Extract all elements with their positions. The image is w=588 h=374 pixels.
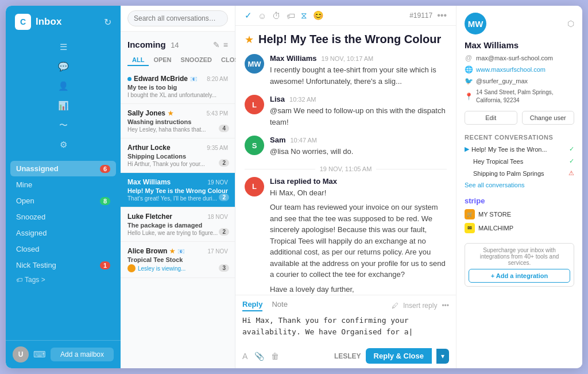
attachment-icon[interactable]: 📎 (254, 352, 264, 361)
reply-tabs: Reply Note 🖊 Insert reply ••• (242, 300, 449, 311)
play-icon: ▶ (465, 145, 469, 153)
recent-conv-item[interactable]: Shipping to Palm Springs ⚠ (457, 167, 582, 179)
sidebar-item-unassigned[interactable]: Unassigned 6 (10, 161, 116, 176)
conversation-title: Help! My Tee is the Wrong Colour (258, 33, 441, 46)
keyboard-icon[interactable]: ⌨ (33, 348, 46, 361)
delete-icon[interactable]: 🗑 (271, 352, 279, 361)
sidebar-item-assigned[interactable]: Assigned (10, 225, 116, 241)
sidebar-title: Inbox (36, 16, 104, 28)
reply-more-icon[interactable]: ••• (442, 302, 449, 310)
menu-icon[interactable]: ☰ (53, 38, 74, 56)
sidebar-tags[interactable]: 🏷 Tags > (10, 273, 116, 286)
recent-conv-item[interactable]: ▶ Help! My Tee is the Wron... ✓ (457, 143, 582, 155)
conv-badge: 2 (219, 228, 229, 236)
settings-icon[interactable]: ⚙ (53, 136, 74, 154)
list-item[interactable]: Arthur Locke 9:35 AM Shipping Locations … (121, 138, 235, 173)
sidebar-item-open[interactable]: Open 8 (10, 193, 116, 209)
msg-text: Hi Max, Oh dear! Our team has reviewed y… (270, 187, 447, 295)
filter2-icon[interactable]: ⧖ (301, 10, 307, 21)
star-icon: ★ (168, 110, 173, 117)
change-user-button[interactable]: Change user (522, 111, 575, 125)
list-item[interactable]: Alice Brown ★ 📧 17 NOV Tropical Tee Stoc… (121, 242, 235, 278)
conv-items: Edward McBride 📧 8:20 AM My tee is too b… (121, 70, 235, 368)
msg-text: @sam We need to follow-up on this with t… (270, 105, 447, 128)
more-icon[interactable]: ••• (437, 10, 447, 21)
toolbar-actions: ✓ ☺ ⏱ 🏷 ⧖ 😊 (245, 10, 324, 21)
reply-input[interactable]: Hi Max, Thank you for confirming your av… (242, 315, 449, 342)
integration-item: ✉ MAILCHIMP (465, 221, 574, 235)
add-integration-button[interactable]: + Add a integration (469, 269, 570, 283)
contact-avatar: MW (465, 13, 486, 34)
tab-reply[interactable]: Reply (242, 300, 262, 311)
conv-list-actions: ✎ ≡ (213, 40, 228, 49)
message-item: MW Max Williams 19 NOV, 10:17 AM I recen… (245, 54, 447, 87)
check-icon: ✓ (569, 157, 574, 165)
reply-agent: LESLEY (334, 352, 361, 360)
title-star-icon[interactable]: ★ (245, 33, 254, 46)
refresh-icon[interactable]: ↻ (104, 17, 111, 28)
edit-button[interactable]: Edit (465, 111, 517, 125)
mailchimp-icon: ✉ (465, 223, 475, 233)
list-item[interactable]: Max Williams 19 NOV Help! My Tee is the … (121, 173, 235, 207)
sidebar-header: C Inbox ↻ (6, 6, 121, 36)
stripe-label: stripe (465, 196, 574, 205)
avatar: L (245, 95, 264, 114)
sentiment-icon[interactable]: 😊 (313, 10, 324, 21)
list-item[interactable]: Luke Fletcher 18 NOV The package is dama… (121, 207, 235, 242)
message-item: L Lisa 10:32 AM @sam We need to follow-u… (245, 95, 447, 128)
contacts-icon[interactable]: 👤 (53, 77, 74, 95)
contact-name: Max Williams (457, 38, 582, 52)
sidebar-item-snoozed[interactable]: Snoozed (10, 209, 116, 225)
msg-time: 10:47 AM (290, 137, 316, 144)
viewing-avatar (127, 264, 136, 272)
unread-dot (127, 77, 131, 81)
list-item[interactable]: Sally Jones ★ 5:43 PM Washing instructio… (121, 104, 235, 138)
viewing-indicator: Lesley is viewing... (127, 264, 228, 272)
label-icon[interactable]: 🏷 (287, 11, 295, 21)
tab-snoozed[interactable]: SNOOZED (176, 55, 216, 66)
conv-badge: 2 (219, 159, 229, 167)
rp-header: MW ⬡ (457, 6, 582, 38)
emoji-icon[interactable]: ☺ (258, 11, 266, 21)
reply-close-dropdown[interactable]: ▾ (436, 349, 449, 364)
chat-icon[interactable]: 💬 (53, 57, 74, 76)
text-format-icon[interactable]: A (242, 352, 247, 361)
tab-note[interactable]: Note (272, 300, 287, 311)
conversation-toolbar: ✓ ☺ ⏱ 🏷 ⧖ 😊 #19117 ••• (235, 6, 456, 26)
tab-all[interactable]: ALL (127, 55, 149, 66)
activity-icon[interactable]: 〜 (53, 116, 74, 134)
message-item: L Lisa replied to Max Hi Max, Oh dear! O… (245, 177, 447, 295)
search-input[interactable] (127, 10, 228, 26)
tab-open[interactable]: OPEN (149, 55, 176, 66)
conv-badge: 2 (219, 194, 229, 201)
search-area (121, 6, 235, 32)
avatar: L (245, 177, 264, 196)
msg-time: 19 NOV, 10:17 AM (322, 55, 374, 62)
sidebar-item-closed[interactable]: Closed (10, 241, 116, 257)
reports-icon[interactable]: 📊 (53, 97, 74, 115)
msg-sender: Lisa (270, 95, 285, 103)
see-all-conversations[interactable]: See all conversations (457, 179, 582, 193)
right-panel: MW ⬡ Max Williams @ max@max-surf-school.… (456, 6, 582, 368)
clock-icon[interactable]: ⏱ (272, 11, 281, 21)
msg-divider: 19 NOV, 11:05 AM (245, 165, 447, 172)
add-mailbox-button[interactable]: Add a mailbox (51, 348, 114, 361)
twitter-icon: 🐦 (465, 77, 473, 85)
sidebar-nav: Unassigned 6 Mine Open 8 Snoozed Assigne… (6, 159, 121, 340)
insert-reply-label[interactable]: Insert reply (403, 302, 437, 310)
user-avatar[interactable]: U (13, 346, 29, 363)
website-link[interactable]: www.maxsurfschool.com (476, 66, 546, 73)
filter-icon[interactable]: ≡ (223, 40, 228, 49)
expand-icon[interactable]: ⬡ (567, 19, 574, 28)
sidebar-item-mine[interactable]: Mine (10, 177, 116, 192)
sidebar-item-nick-testing[interactable]: Nick Testing 1 (10, 257, 116, 273)
reply-close-button[interactable]: Reply & Close (366, 348, 432, 364)
recent-conv-item[interactable]: Hey Tropical Tees ✓ (457, 155, 582, 167)
msg-text: @lisa No worries, will do. (270, 146, 447, 157)
contact-twitter: 🐦 @surfer_guy_max (457, 75, 582, 87)
globe-icon: 🌐 (465, 65, 473, 74)
conv-list-count: 14 (171, 41, 179, 49)
list-item[interactable]: Edward McBride 📧 8:20 AM My tee is too b… (121, 70, 235, 104)
compose-icon[interactable]: ✎ (213, 40, 220, 49)
check-icon[interactable]: ✓ (245, 10, 252, 21)
